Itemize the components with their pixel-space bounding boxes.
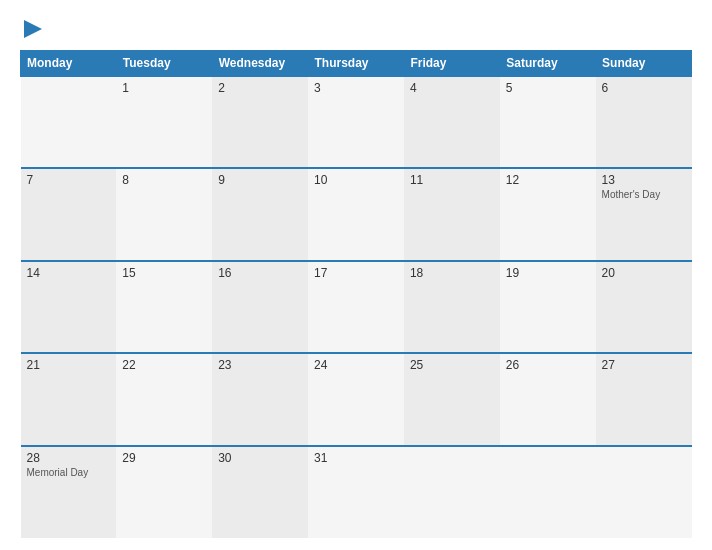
day-number: 24 bbox=[314, 358, 398, 372]
calendar-cell: 19 bbox=[500, 261, 596, 353]
calendar-cell: 5 bbox=[500, 76, 596, 168]
calendar-cell: 23 bbox=[212, 353, 308, 445]
day-number: 5 bbox=[506, 81, 590, 95]
calendar-cell: 7 bbox=[21, 168, 117, 260]
calendar-cell: 18 bbox=[404, 261, 500, 353]
holiday-label: Memorial Day bbox=[27, 467, 111, 478]
day-number: 27 bbox=[602, 358, 686, 372]
calendar-cell: 10 bbox=[308, 168, 404, 260]
day-number: 2 bbox=[218, 81, 302, 95]
weekday-header-wednesday: Wednesday bbox=[212, 51, 308, 77]
calendar-cell: 20 bbox=[596, 261, 692, 353]
calendar-week-row: 28Memorial Day293031 bbox=[21, 446, 692, 538]
day-number: 10 bbox=[314, 173, 398, 187]
day-number: 12 bbox=[506, 173, 590, 187]
calendar-week-row: 21222324252627 bbox=[21, 353, 692, 445]
calendar-cell: 1 bbox=[116, 76, 212, 168]
logo bbox=[20, 18, 44, 40]
calendar-cell: 16 bbox=[212, 261, 308, 353]
header bbox=[20, 18, 692, 40]
calendar-cell: 17 bbox=[308, 261, 404, 353]
calendar-week-row: 78910111213Mother's Day bbox=[21, 168, 692, 260]
day-number: 29 bbox=[122, 451, 206, 465]
calendar-cell: 30 bbox=[212, 446, 308, 538]
calendar-cell: 24 bbox=[308, 353, 404, 445]
calendar-cell: 8 bbox=[116, 168, 212, 260]
calendar-cell: 29 bbox=[116, 446, 212, 538]
day-number: 9 bbox=[218, 173, 302, 187]
day-number: 20 bbox=[602, 266, 686, 280]
weekday-header-friday: Friday bbox=[404, 51, 500, 77]
day-number: 30 bbox=[218, 451, 302, 465]
day-number: 31 bbox=[314, 451, 398, 465]
day-number: 19 bbox=[506, 266, 590, 280]
weekday-header-saturday: Saturday bbox=[500, 51, 596, 77]
calendar-cell: 12 bbox=[500, 168, 596, 260]
weekday-header-monday: Monday bbox=[21, 51, 117, 77]
calendar-cell: 15 bbox=[116, 261, 212, 353]
calendar-cell bbox=[21, 76, 117, 168]
day-number: 8 bbox=[122, 173, 206, 187]
day-number: 1 bbox=[122, 81, 206, 95]
day-number: 16 bbox=[218, 266, 302, 280]
day-number: 22 bbox=[122, 358, 206, 372]
calendar-cell: 14 bbox=[21, 261, 117, 353]
day-number: 11 bbox=[410, 173, 494, 187]
calendar-cell: 3 bbox=[308, 76, 404, 168]
calendar-cell: 11 bbox=[404, 168, 500, 260]
day-number: 13 bbox=[602, 173, 686, 187]
logo-flag-icon bbox=[22, 18, 44, 40]
day-number: 17 bbox=[314, 266, 398, 280]
day-number: 4 bbox=[410, 81, 494, 95]
day-number: 21 bbox=[27, 358, 111, 372]
weekday-header-sunday: Sunday bbox=[596, 51, 692, 77]
weekday-header-row: MondayTuesdayWednesdayThursdayFridaySatu… bbox=[21, 51, 692, 77]
day-number: 3 bbox=[314, 81, 398, 95]
svg-marker-0 bbox=[24, 20, 42, 38]
holiday-label: Mother's Day bbox=[602, 189, 686, 200]
calendar-week-row: 123456 bbox=[21, 76, 692, 168]
calendar-cell: 4 bbox=[404, 76, 500, 168]
calendar-cell: 9 bbox=[212, 168, 308, 260]
calendar-week-row: 14151617181920 bbox=[21, 261, 692, 353]
day-number: 23 bbox=[218, 358, 302, 372]
calendar-cell: 26 bbox=[500, 353, 596, 445]
day-number: 25 bbox=[410, 358, 494, 372]
calendar-cell bbox=[404, 446, 500, 538]
calendar-cell bbox=[596, 446, 692, 538]
weekday-header-thursday: Thursday bbox=[308, 51, 404, 77]
calendar-cell: 13Mother's Day bbox=[596, 168, 692, 260]
calendar-cell: 22 bbox=[116, 353, 212, 445]
day-number: 15 bbox=[122, 266, 206, 280]
calendar-body: 12345678910111213Mother's Day14151617181… bbox=[21, 76, 692, 538]
calendar-page: MondayTuesdayWednesdayThursdayFridaySatu… bbox=[0, 0, 712, 550]
weekday-header-tuesday: Tuesday bbox=[116, 51, 212, 77]
day-number: 18 bbox=[410, 266, 494, 280]
calendar-cell: 21 bbox=[21, 353, 117, 445]
calendar-table: MondayTuesdayWednesdayThursdayFridaySatu… bbox=[20, 50, 692, 538]
day-number: 14 bbox=[27, 266, 111, 280]
calendar-cell: 31 bbox=[308, 446, 404, 538]
day-number: 7 bbox=[27, 173, 111, 187]
calendar-cell: 25 bbox=[404, 353, 500, 445]
calendar-cell: 27 bbox=[596, 353, 692, 445]
calendar-cell: 2 bbox=[212, 76, 308, 168]
day-number: 26 bbox=[506, 358, 590, 372]
day-number: 6 bbox=[602, 81, 686, 95]
calendar-cell: 6 bbox=[596, 76, 692, 168]
day-number: 28 bbox=[27, 451, 111, 465]
calendar-cell: 28Memorial Day bbox=[21, 446, 117, 538]
calendar-cell bbox=[500, 446, 596, 538]
